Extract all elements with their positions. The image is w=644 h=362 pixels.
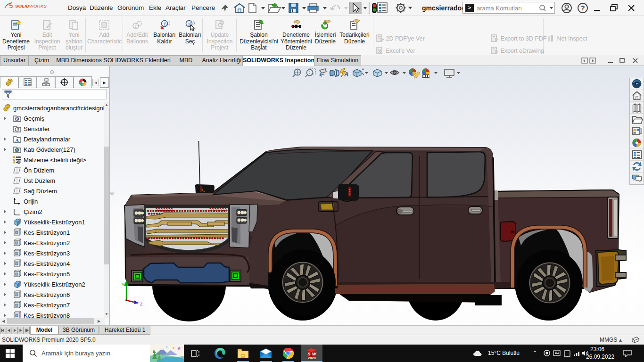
svg-text:2020: 2020 <box>308 356 316 360</box>
svg-text:1: 1 <box>188 22 190 26</box>
svg-text:Y: Y <box>122 282 124 287</box>
svg-text:A: A <box>344 71 348 78</box>
svg-text:A: A <box>16 138 19 143</box>
svg-text:WORKS: WORKS <box>29 3 47 8</box>
svg-text:1: 1 <box>164 22 166 26</box>
svg-text:SOLID: SOLID <box>15 3 29 8</box>
svg-text:Z: Z <box>140 302 143 306</box>
svg-text:1: 1 <box>135 25 137 29</box>
svg-text:?: ? <box>581 4 585 12</box>
